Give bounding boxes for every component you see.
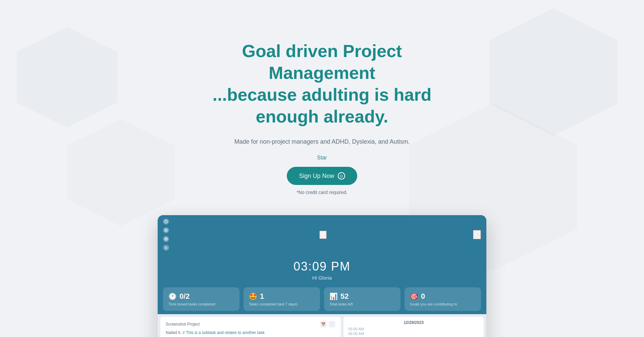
stat-label-timebox: Time boxed tasks completed: [168, 302, 234, 306]
stat-emoji-completed: 🤩: [249, 292, 257, 300]
hero-title-line1: Goal driven Project Management: [242, 41, 402, 83]
signup-label: Sign Up Now: [299, 173, 334, 180]
stat-label-total: Total tasks left: [329, 302, 395, 306]
hero-subtitle: Made for non-project managers and ADHD, …: [234, 138, 410, 145]
app-bottom-panels: Screenshot Project 📅 ⋮ Nailed it. // Thi…: [158, 314, 486, 337]
task-main-text: This is a subtask and relates to another…: [186, 330, 265, 335]
arrow-icon: ⊙: [338, 172, 345, 180]
svg-rect-5: [165, 229, 167, 231]
task-calendar-icon[interactable]: 📅: [320, 321, 327, 328]
sidebar-icon-goals[interactable]: [163, 236, 169, 242]
task-nailed-prefix: Nailed it. //: [166, 330, 185, 335]
sidebar-icon-list[interactable]: [163, 245, 169, 251]
calendar-panel: 12/29/2023 05:00 AM 06:00 AM: [343, 317, 484, 337]
app-window: ⏸ ⋮ 03:09 PM Hi Gloria 🕐 0/2 Time boxed …: [158, 215, 486, 337]
calendar-date: 12/29/2023: [348, 320, 479, 325]
task-action-icons: 📅 ⋮: [320, 321, 335, 328]
greeting-text: Hi Gloria: [158, 275, 486, 281]
task-more-icon[interactable]: ⋮: [329, 321, 335, 328]
task-title: Nailed it. // This is a subtask and rela…: [166, 330, 335, 335]
stat-emoji-timebox: 🕐: [168, 292, 177, 300]
stat-card-goals: 🎯 0 Goals you are contributing to: [405, 287, 481, 311]
calendar-time-2: 06:00 AM: [348, 332, 479, 336]
calendar-time-1: 05:00 AM: [348, 327, 479, 331]
no-credit-card-notice: *No credit card required.: [297, 190, 347, 195]
hero-section: Goal driven Project Management ...becaus…: [0, 0, 644, 215]
task-project-name: Screenshot Project: [166, 322, 200, 327]
svg-point-4: [165, 220, 167, 223]
stat-emoji-goals: 🎯: [410, 292, 418, 300]
stat-label-goals: Goals you are contributing to: [410, 302, 476, 306]
stat-value-completed: 1: [260, 292, 264, 301]
stat-value-goals: 0: [421, 292, 425, 301]
stat-value-timebox: 0/2: [179, 292, 190, 301]
more-options-button[interactable]: ⋮: [473, 230, 481, 239]
task-header: Screenshot Project 📅 ⋮: [166, 321, 335, 328]
stats-row: 🕐 0/2 Time boxed tasks completed 🤩 1 Tas…: [158, 284, 486, 314]
stat-value-total: 52: [340, 292, 348, 301]
signup-button[interactable]: Sign Up Now ⊙: [287, 167, 357, 185]
app-preview-window: ⏸ ⋮ 03:09 PM Hi Gloria 🕐 0/2 Time boxed …: [158, 215, 486, 337]
stat-card-total-tasks: 📊 52 Total tasks left: [324, 287, 400, 311]
star-link[interactable]: Star: [317, 155, 327, 161]
stat-label-completed: Tasks completed (last 7 days): [249, 302, 315, 306]
clock-section: 03:09 PM Hi Gloria: [158, 254, 486, 284]
svg-point-6: [165, 238, 167, 240]
sidebar-icon-timer[interactable]: [163, 219, 169, 225]
hero-title: Goal driven Project Management ...becaus…: [188, 40, 456, 128]
hero-title-line2: ...because adulting is hard enough alrea…: [212, 85, 431, 126]
stat-emoji-total: 📊: [329, 292, 338, 300]
stat-card-completed: 🤩 1 Tasks completed (last 7 days): [244, 287, 320, 311]
pause-button[interactable]: ⏸: [319, 231, 327, 239]
svg-point-7: [165, 238, 167, 240]
stat-card-timebox: 🕐 0/2 Time boxed tasks completed: [163, 287, 239, 311]
task-panel: Screenshot Project 📅 ⋮ Nailed it. // Thi…: [160, 317, 341, 337]
sidebar-icon-task[interactable]: [163, 227, 169, 233]
app-top-bar: ⏸ ⋮: [158, 215, 486, 254]
current-time: 03:09 PM: [158, 259, 486, 274]
